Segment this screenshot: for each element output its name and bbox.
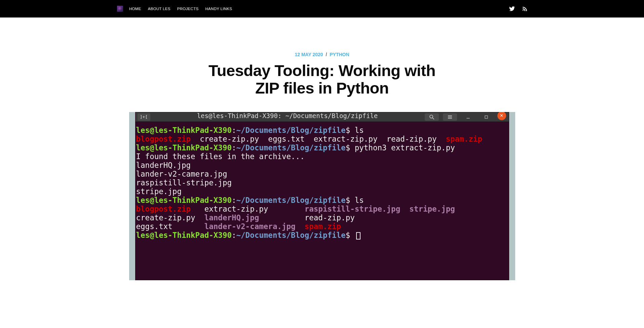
terminal-file: eggs.txt: [268, 135, 304, 143]
nav-handy-links[interactable]: HANDY LINKS: [205, 7, 232, 11]
terminal-window: ]+[ les@les-ThinkPad-X390: ~/Documents/B…: [135, 112, 509, 280]
post-meta: 12 MAY 2020 / PYTHON: [129, 52, 515, 57]
terminal-file: read-zip.py: [305, 213, 355, 222]
svg-rect-6: [485, 116, 488, 118]
terminal-file-image: landerHQ.jpg: [204, 213, 259, 222]
nav-links: HOME ABOUT LES PROJECTS HANDY LINKS: [129, 7, 232, 11]
terminal-command-ls: ls: [355, 196, 364, 205]
terminal-output-file: lander-v2-camera.jpg: [136, 170, 227, 178]
terminal-prompt-path: ~/Documents/Blog/zipfile: [236, 196, 346, 205]
terminal-file-image: stripe.jpg: [409, 205, 455, 213]
terminal-command-python: python3 extract-zip.py: [355, 143, 455, 152]
terminal-output-found-msg: I found these files in the archive...: [136, 152, 305, 161]
terminal-command-ls: ls: [355, 126, 364, 135]
terminal-prompt-user: les@les-ThinkPad-X390: [136, 231, 232, 240]
terminal-file: eggs.txt: [136, 222, 173, 231]
terminal-prompt-user: les@les-ThinkPad-X390: [136, 196, 232, 205]
terminal-screenshot-figure: ]+[ les@les-ThinkPad-X390: ~/Documents/B…: [129, 112, 515, 280]
svg-point-0: [430, 115, 433, 118]
terminal-titlebar: ]+[ les@les-ThinkPad-X390: ~/Documents/B…: [136, 112, 509, 122]
nav-right-group: [509, 6, 527, 11]
terminal-output-file: raspistill-stripe.jpg: [136, 178, 232, 187]
terminal-prompt-path: ~/Documents/Blog/zipfile: [236, 231, 346, 240]
terminal-file: read-zip.py: [387, 135, 437, 143]
terminal-cursor-icon: [356, 232, 361, 240]
terminal-close-icon: [497, 112, 506, 120]
terminal-file-blogpost-zip: blogpost.zip: [136, 205, 191, 213]
terminal-file-image: raspistill-stripe.jpg: [305, 205, 400, 213]
terminal-prompt-path: ~/Documents/Blog/zipfile: [236, 126, 346, 135]
top-navigation: HOME ABOUT LES PROJECTS HANDY LINKS: [0, 0, 644, 17]
terminal-output-file: landerHQ.jpg: [136, 161, 191, 170]
site-logo[interactable]: [117, 6, 123, 12]
nav-home[interactable]: HOME: [129, 7, 141, 11]
terminal-file-image: lander-v2-camera.jpg: [204, 222, 296, 231]
terminal-window-title: les@les-ThinkPad-X390: ~/Documents/Blog/…: [150, 112, 425, 119]
nav-projects[interactable]: PROJECTS: [177, 7, 199, 11]
post-category-link[interactable]: PYTHON: [330, 52, 349, 57]
terminal-file: create-zip.py: [200, 135, 259, 143]
terminal-prompt-user: les@les-ThinkPad-X390: [136, 126, 232, 135]
terminal-file-blogpost-zip: blogpost.zip: [136, 135, 191, 143]
post-date[interactable]: 12 MAY 2020: [295, 52, 323, 57]
terminal-body: les@les-ThinkPad-X390:~/Documents/Blog/z…: [136, 122, 509, 280]
terminal-file-spam-zip: spam.zip: [305, 222, 341, 231]
nav-left-group: HOME ABOUT LES PROJECTS HANDY LINKS: [117, 6, 232, 12]
terminal-new-tab-icon: ]+[: [138, 113, 150, 121]
terminal-prompt-user: les@les-ThinkPad-X390: [136, 143, 232, 152]
nav-about-les[interactable]: ABOUT LES: [148, 7, 171, 11]
twitter-icon[interactable]: [509, 6, 515, 11]
post-content: 12 MAY 2020 / PYTHON Tuesday Tooling: Wo…: [129, 17, 515, 280]
terminal-file: create-zip.py: [136, 213, 195, 222]
terminal-menu-icon: [443, 113, 457, 121]
post-meta-separator: /: [326, 52, 327, 57]
terminal-maximize-icon: [479, 113, 493, 121]
terminal-minimize-icon: [461, 113, 475, 121]
terminal-prompt-path: ~/Documents/Blog/zipfile: [236, 143, 346, 152]
terminal-file: extract-zip.py: [314, 135, 378, 143]
terminal-file: extract-zip.py: [204, 205, 268, 213]
terminal-window-controls: [425, 113, 506, 121]
svg-line-1: [432, 118, 434, 119]
rss-icon[interactable]: [522, 6, 527, 11]
post-title: Tuesday Tooling: Working with ZIP files …: [198, 62, 447, 97]
terminal-file-spam-zip: spam.zip: [446, 135, 482, 143]
terminal-output-file: stripe.jpg: [136, 187, 182, 196]
terminal-search-icon: [425, 113, 439, 121]
